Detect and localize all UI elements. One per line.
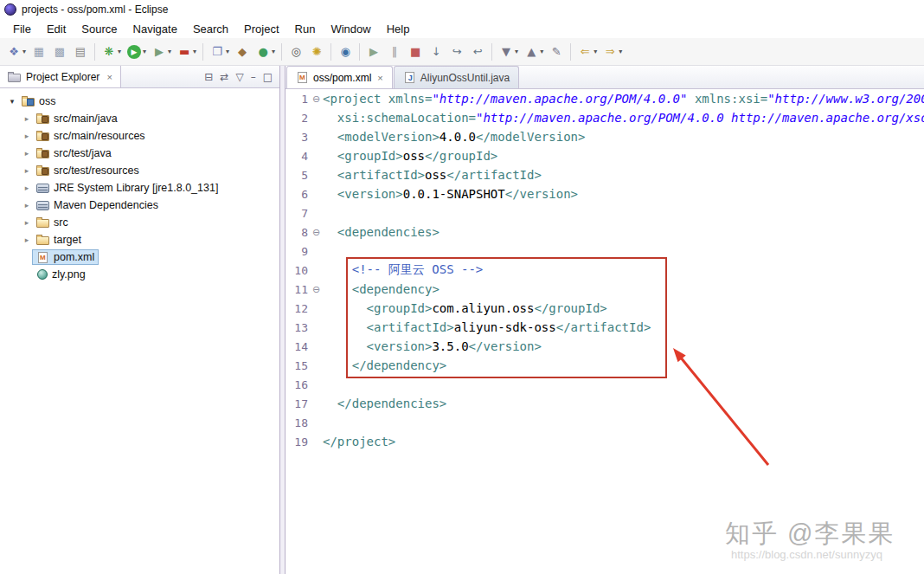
new-package-button[interactable]: ◆ — [233, 42, 252, 62]
tree-collapsed-arrow-icon[interactable]: ▸ — [22, 218, 32, 227]
tree-item-src-test-resources[interactable]: ▸src/test/resources — [0, 162, 279, 179]
tree-item-target[interactable]: ▸target — [0, 231, 279, 248]
code-line-11[interactable]: 11⊖ <dependency> — [286, 280, 924, 299]
code-line-4[interactable]: 4 <groupId>oss</groupId> — [286, 146, 924, 165]
tree-item-oss[interactable]: ▾oss — [0, 93, 279, 110]
code-line-19[interactable]: 19</project> — [286, 432, 924, 451]
code-text: </dependencies> — [323, 397, 446, 410]
maximize-icon[interactable]: □ — [263, 71, 273, 83]
dropdown-arrow-icon[interactable]: ▾ — [619, 48, 622, 55]
dropdown-arrow-icon[interactable]: ▾ — [193, 48, 196, 55]
previous-annotation-button[interactable]: ▲▾ — [522, 42, 545, 62]
close-tab-icon[interactable]: × — [377, 73, 382, 83]
back-button[interactable]: ⇐▾ — [575, 42, 599, 62]
step-into-button[interactable]: ↓ — [427, 42, 446, 62]
dropdown-arrow-icon[interactable]: ▾ — [22, 48, 26, 55]
editor-body[interactable]: 1⊖<project xmlns="http://maven.apache.or… — [286, 89, 924, 574]
fold-marker-icon[interactable]: ⊖ — [310, 94, 323, 105]
dropdown-arrow-icon[interactable]: ▾ — [515, 48, 518, 55]
code-line-9[interactable]: 9 — [286, 242, 924, 261]
tree-expanded-arrow-icon[interactable]: ▾ — [7, 97, 17, 106]
dropdown-arrow-icon[interactable]: ▾ — [168, 48, 171, 55]
tree-collapsed-arrow-icon[interactable]: ▸ — [22, 201, 32, 210]
dropdown-arrow-icon[interactable]: ▾ — [143, 48, 146, 55]
code-line-6[interactable]: 6 <version>0.0.1-SNAPSHOT</version> — [286, 184, 924, 203]
view-menu-icon[interactable]: ▽ — [235, 71, 243, 83]
close-view-icon[interactable]: × — [106, 72, 112, 82]
dropdown-arrow-icon[interactable]: ▾ — [540, 48, 543, 55]
step-over-button[interactable]: ↪ — [447, 42, 466, 62]
menu-search[interactable]: Search — [185, 21, 236, 37]
tree-collapsed-arrow-icon[interactable]: ▸ — [22, 166, 32, 175]
tree-collapsed-arrow-icon[interactable]: ▸ — [22, 114, 32, 123]
new-wizard-button[interactable]: ❖▾ — [4, 42, 28, 62]
code-line-18[interactable]: 18 — [286, 413, 924, 432]
menu-source[interactable]: Source — [74, 21, 125, 37]
menu-edit[interactable]: Edit — [39, 21, 74, 37]
code-line-5[interactable]: 5 <artifactId>oss</artifactId> — [286, 165, 924, 184]
menu-window[interactable]: Window — [323, 21, 378, 37]
tree-collapsed-arrow-icon[interactable]: ▸ — [22, 149, 32, 158]
resume-button[interactable]: ▶ — [364, 42, 383, 62]
code-line-2[interactable]: 2 xsi:schemaLocation="http://maven.apach… — [286, 108, 924, 127]
code-line-7[interactable]: 7 — [286, 203, 924, 223]
code-line-1[interactable]: 1⊖<project xmlns="http://maven.apache.or… — [286, 89, 924, 108]
coverage-button[interactable]: ▶▾ — [150, 42, 173, 62]
terminate-button[interactable]: ■ — [406, 42, 425, 62]
code-text: xsi:schemaLocation="http://maven.apache.… — [323, 111, 924, 125]
code-line-3[interactable]: 3 <modelVersion>4.0.0</modelVersion> — [286, 127, 924, 146]
code-line-14[interactable]: 14 <version>3.5.0</version> — [286, 337, 924, 356]
print-button[interactable]: ▤ — [71, 42, 90, 62]
minimize-icon[interactable]: – — [251, 71, 256, 83]
tree-collapsed-arrow-icon[interactable]: ▸ — [22, 235, 32, 244]
menu-file[interactable]: File — [5, 21, 39, 37]
fold-marker-icon[interactable]: ⊖ — [310, 227, 323, 238]
tree-item-src-main-resources[interactable]: ▸src/main/resources — [0, 127, 279, 145]
tree-item-zly-png[interactable]: zly.png — [0, 266, 279, 283]
external-tools-button[interactable]: ▬▾ — [175, 42, 198, 62]
save-button[interactable]: ▦ — [29, 42, 48, 62]
editor-tab-aliyunossuntil-java[interactable]: AliyunOssUntil.java — [394, 66, 519, 88]
search-button[interactable]: ✺ — [307, 42, 326, 62]
menu-project[interactable]: Project — [236, 21, 286, 37]
dropdown-arrow-icon[interactable]: ▾ — [272, 48, 275, 55]
new-java-project-button[interactable]: ❐▾ — [208, 42, 231, 62]
open-type-button[interactable]: ◎ — [286, 42, 305, 62]
dropdown-arrow-icon[interactable]: ▾ — [594, 48, 597, 55]
editor-tab-oss-pom-xml[interactable]: oss/pom.xml× — [286, 66, 393, 88]
last-edit-location-button[interactable]: ✎ — [547, 42, 566, 62]
menu-navigate[interactable]: Navigate — [125, 21, 185, 37]
menu-help[interactable]: Help — [379, 21, 418, 37]
suspend-button[interactable]: ‖ — [385, 42, 404, 62]
code-line-12[interactable]: 12 <groupId>com.aliyun.oss</groupId> — [286, 299, 924, 318]
dropdown-arrow-icon[interactable]: ▾ — [118, 48, 121, 55]
dropdown-arrow-icon[interactable]: ▾ — [226, 48, 229, 55]
code-line-15[interactable]: 15 </dependency> — [286, 356, 924, 375]
collapse-all-icon[interactable]: ⊟ — [204, 71, 213, 83]
link-with-editor-icon[interactable]: ⇄ — [220, 71, 228, 83]
forward-button[interactable]: ⇒▾ — [600, 42, 624, 62]
tree-item-pom-xml[interactable]: pom.xml — [0, 248, 279, 266]
web-browser-button[interactable]: ◉ — [336, 42, 355, 62]
step-return-button[interactable]: ↩ — [468, 42, 487, 62]
code-line-8[interactable]: 8⊖ <dependencies> — [286, 223, 924, 242]
run-button[interactable]: ▶▾ — [125, 42, 148, 62]
tree-collapsed-arrow-icon[interactable]: ▸ — [22, 132, 32, 140]
fold-marker-icon[interactable]: ⊖ — [310, 284, 323, 295]
tree-item-src-test-java[interactable]: ▸src/test/java — [0, 145, 279, 162]
debug-button[interactable]: ❋▾ — [99, 42, 123, 62]
tree-item-src-main-java[interactable]: ▸src/main/java — [0, 110, 279, 127]
new-class-button[interactable]: ●▾ — [253, 42, 277, 62]
code-line-16[interactable]: 16 — [286, 375, 924, 394]
next-annotation-button[interactable]: ▼▾ — [497, 42, 520, 62]
tab-project-explorer[interactable]: Project Explorer × — [0, 66, 121, 87]
menu-run[interactable]: Run — [287, 21, 324, 37]
save-all-button[interactable]: ▩ — [50, 42, 69, 62]
tree-collapsed-arrow-icon[interactable]: ▸ — [22, 184, 32, 192]
tree-item-jre-system-library-jre1-8-0-131[interactable]: ▸JRE System Library [jre1.8.0_131] — [0, 179, 279, 197]
code-line-13[interactable]: 13 <artifactId>aliyun-sdk-oss</artifactI… — [286, 318, 924, 337]
code-line-17[interactable]: 17 </dependencies> — [286, 394, 924, 413]
tree-item-maven-dependencies[interactable]: ▸Maven Dependencies — [0, 197, 279, 214]
tree-item-src[interactable]: ▸src — [0, 214, 279, 231]
code-line-10[interactable]: 10 <!-- 阿里云 OSS --> — [286, 261, 924, 280]
